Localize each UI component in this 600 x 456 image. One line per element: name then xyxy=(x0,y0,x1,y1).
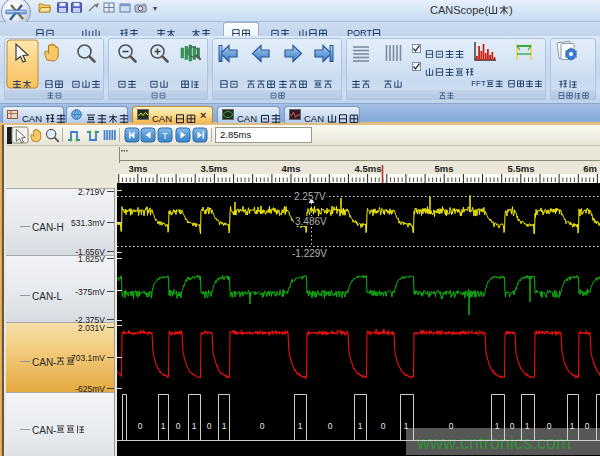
svg-text:0: 0 xyxy=(585,421,590,431)
svg-text:1: 1 xyxy=(222,421,227,431)
svg-text:1: 1 xyxy=(192,421,197,431)
svg-text:3.486V: 3.486V xyxy=(295,216,327,227)
svg-text:5ms: 5ms xyxy=(434,163,453,174)
svg-text:0: 0 xyxy=(260,421,265,431)
svg-text:1: 1 xyxy=(404,421,409,431)
svg-text:0: 0 xyxy=(547,421,552,431)
svg-text:0: 0 xyxy=(328,421,333,431)
svg-text:1: 1 xyxy=(525,421,530,431)
svg-text:0: 0 xyxy=(138,421,143,431)
svg-text:4.5ms: 4.5ms xyxy=(355,163,382,174)
svg-text:www.cntronics.com: www.cntronics.com xyxy=(416,433,571,453)
svg-text:1: 1 xyxy=(570,421,575,431)
svg-text:1: 1 xyxy=(298,421,303,431)
svg-text:4ms: 4ms xyxy=(281,163,300,174)
svg-text:3ms: 3ms xyxy=(128,163,147,174)
svg-text:3.5ms: 3.5ms xyxy=(201,163,228,174)
svg-text:2.257V: 2.257V xyxy=(294,191,326,202)
svg-text:1: 1 xyxy=(358,421,363,431)
svg-text:0: 0 xyxy=(176,421,181,431)
svg-text:-1.229V: -1.229V xyxy=(292,248,327,259)
svg-text:0: 0 xyxy=(381,421,386,431)
svg-text:1: 1 xyxy=(161,421,166,431)
svg-text:6m: 6m xyxy=(583,163,597,174)
svg-text:0: 0 xyxy=(510,421,515,431)
svg-text:0: 0 xyxy=(207,421,212,431)
svg-text:1: 1 xyxy=(495,421,500,431)
svg-text:5.5ms: 5.5ms xyxy=(508,163,535,174)
svg-text:0: 0 xyxy=(449,421,454,431)
svg-text:T: T xyxy=(162,131,168,141)
